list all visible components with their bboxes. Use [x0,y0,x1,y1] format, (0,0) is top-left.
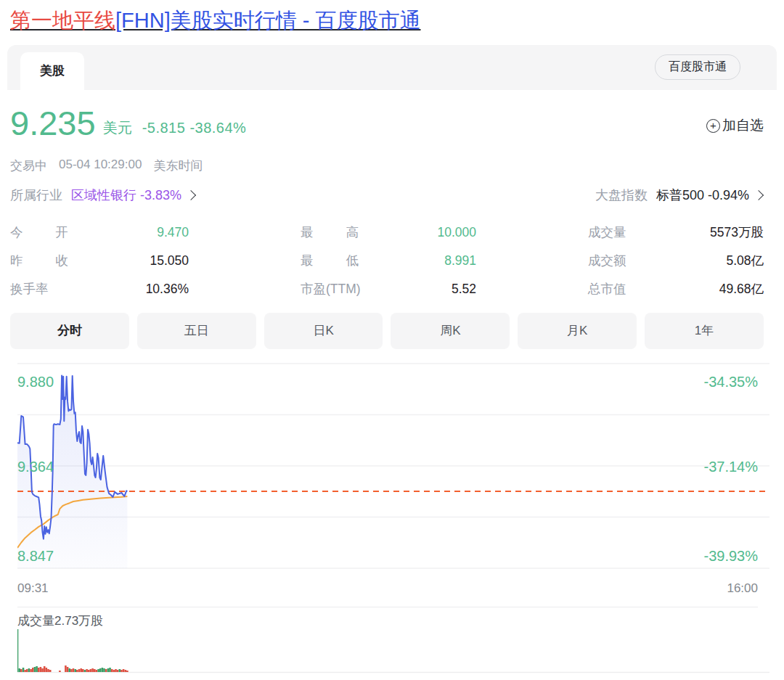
range-tab-周K[interactable]: 周K [391,313,510,349]
stat-item: 市盈(TTM)5.52 [301,275,476,303]
stat-label: 换手率 [10,280,68,298]
time-axis-start: 09:31 [17,581,49,596]
stat-label: 总市值 [588,280,646,298]
stat-value: 5.08亿 [646,252,764,269]
market-index-row: 大盘指数 标普500 -0.94% [595,187,764,204]
trading-status: 交易中 [10,157,47,174]
y-axis-pct-high: -34.35% [704,373,759,390]
volume-bars-svg [17,607,769,680]
circle-plus-icon [706,119,720,133]
intraday-chart[interactable]: 9.880 9.364 8.847 -34.35% -37.14% -39.93… [17,361,758,571]
volume-pane[interactable]: 成交量2.73万股 [17,607,758,680]
stat-label: 市盈(TTM) [301,280,359,298]
industry-row: 所属行业 区域性银行 -3.83% [10,187,196,204]
quote-datetime: 05-04 10:29:00 [59,157,142,174]
stat-item: 昨收15.050 [10,247,189,275]
tab-us-stock[interactable]: 美股 [20,52,84,90]
market-tabstrip: 美股 百度股市通 [7,45,777,90]
y-axis-price-mid: 9.364 [17,458,54,475]
y-axis-pct-mid: -37.14% [704,458,759,475]
industry-label: 所属行业 [10,187,62,204]
stat-label: 成交量 [588,224,646,241]
industry-link[interactable]: 区域性银行 -3.83% [71,187,181,204]
stat-item: 成交量5573万股 [588,218,764,247]
price-row: 9.235 美元 -5.815 -38.64% 加自选 [7,106,777,140]
stock-quote-card: 美股 百度股市通 9.235 美元 -5.815 -38.64% 加自选 交易中… [7,45,777,680]
stat-value: 9.470 [68,225,189,240]
stat-item: 今开9.470 [10,218,189,247]
stat-item: 最高10.000 [301,218,476,247]
range-tab-日K[interactable]: 日K [264,313,383,349]
quote-stats-grid: 今开9.470最高10.000成交量5573万股昨收15.050最低8.991成… [7,218,777,303]
chart-range-tabs: 分时五日日K周K月K1年 [10,313,764,349]
page-title-link[interactable]: 第一地平线[FHN]美股实时行情 - 百度股市通 [10,7,784,35]
stat-value: 5.52 [359,282,476,297]
stat-value: 15.050 [68,253,189,269]
market-index-label: 大盘指数 [595,187,648,204]
stat-item: 成交额5.08亿 [588,247,764,275]
intraday-chart-svg [17,361,769,571]
range-tab-分时[interactable]: 分时 [10,313,129,349]
stat-label: 昨收 [10,252,68,269]
stat-value: 8.991 [359,253,476,269]
price-change: -5.815 -38.64% [142,120,247,136]
source-badge: 百度股市通 [655,54,740,80]
currency-label: 美元 [103,118,132,138]
add-watchlist-label: 加自选 [722,116,764,135]
stat-value: 10.000 [359,225,476,240]
range-tab-五日[interactable]: 五日 [137,313,256,349]
chevron-right-icon[interactable] [754,190,764,200]
stat-item: 最低8.991 [301,247,476,275]
time-axis: 09:31 16:00 [17,571,758,607]
y-axis-price-low: 8.847 [17,547,54,565]
stat-value: 49.68亿 [646,280,764,298]
meta-row: 所属行业 区域性银行 -3.83% 大盘指数 标普500 -0.94% [7,187,777,204]
stat-value: 10.36% [68,282,189,297]
stat-item: 换手率10.36% [10,275,189,303]
stat-label: 最高 [301,224,359,241]
stat-item: 总市值49.68亿 [588,275,764,303]
stat-label: 成交额 [588,252,646,269]
trading-status-row: 交易中 05-04 10:29:00 美东时间 [7,157,777,174]
current-price: 9.235 [10,106,96,140]
stat-label: 今开 [10,224,68,241]
title-text: [FHN]美股实时行情 - 百度股市通 [115,9,421,32]
time-axis-end: 16:00 [727,581,758,596]
volume-label: 成交量2.73万股 [17,613,103,629]
stat-label: 最低 [301,252,359,269]
quote-timezone: 美东时间 [153,157,203,174]
range-tab-月K[interactable]: 月K [518,313,637,349]
chevron-right-icon[interactable] [186,190,196,200]
range-tab-1年[interactable]: 1年 [645,313,764,349]
stat-value: 5573万股 [646,224,764,241]
y-axis-price-high: 9.880 [17,373,54,390]
market-index-link[interactable]: 标普500 -0.94% [656,187,749,204]
tab-us-stock-label: 美股 [40,62,65,79]
add-watchlist-button[interactable]: 加自选 [706,116,764,135]
y-axis-pct-low: -39.93% [704,547,759,565]
title-highlighted-keyword: 第一地平线 [10,9,115,32]
